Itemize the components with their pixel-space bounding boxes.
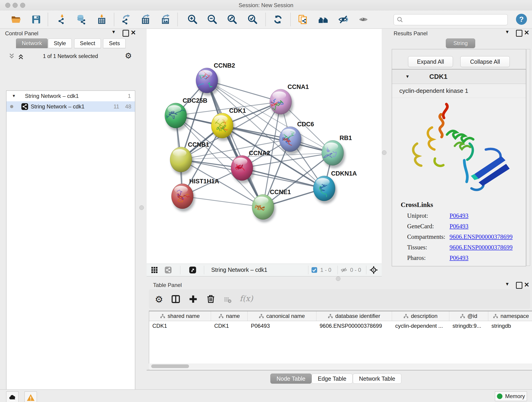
- tab-node-table[interactable]: Node Table: [270, 374, 312, 384]
- close-panel-icon[interactable]: ✕: [524, 281, 529, 288]
- network-options-gear-icon[interactable]: ⚙: [125, 52, 132, 60]
- column-header-description[interactable]: description: [392, 311, 449, 321]
- network-node-CCNB2[interactable]: CCNB2: [194, 62, 235, 96]
- close-panel-icon[interactable]: ✕: [524, 29, 529, 36]
- column-header-shared-name[interactable]: shared name: [149, 311, 211, 321]
- save-session-button[interactable]: [30, 13, 43, 26]
- column-header-name[interactable]: name: [211, 311, 248, 321]
- vertical-splitter-handle[interactable]: [139, 205, 144, 210]
- grid-view-icon[interactable]: [151, 266, 158, 274]
- toolbar-search: [394, 14, 508, 25]
- export-image-icon: [161, 14, 171, 25]
- control-panel-title: Control Panel: [5, 30, 38, 37]
- add-column-icon[interactable]: [188, 294, 198, 304]
- float-panel-icon[interactable]: [516, 282, 522, 289]
- collapse-all-button[interactable]: Collapse All: [460, 56, 510, 67]
- column-header-@id[interactable]: @id: [449, 311, 488, 321]
- network-row[interactable]: String Network – cdk1 11 48: [6, 101, 135, 112]
- network-node-RB1[interactable]: RB1: [322, 134, 352, 168]
- crosslink-link[interactable]: P06493: [450, 223, 469, 230]
- network-edge-count: 48: [125, 103, 131, 110]
- export-table-button[interactable]: [139, 13, 152, 26]
- crosslink-link[interactable]: 9606.ENSP00000378699: [450, 233, 513, 240]
- close-panel-icon[interactable]: ✕: [131, 29, 136, 36]
- crosslink-link[interactable]: P06493: [450, 212, 469, 219]
- section-collapse-icon[interactable]: ▼: [405, 74, 410, 79]
- detach-view-icon[interactable]: [189, 266, 196, 274]
- tab-sets[interactable]: Sets: [103, 38, 126, 48]
- toolbar-separator: [204, 266, 204, 274]
- horizontal-splitter-handle[interactable]: [336, 276, 341, 281]
- open-session-button[interactable]: [10, 13, 22, 26]
- float-panel-icon[interactable]: [123, 30, 129, 37]
- node-label-CDK1: CDK1: [229, 107, 246, 114]
- memory-button[interactable]: Memory: [495, 391, 527, 401]
- export-image-button[interactable]: [159, 13, 172, 26]
- import-network-database-button[interactable]: [75, 13, 88, 26]
- tab-style[interactable]: Style: [48, 38, 72, 48]
- help-button[interactable]: ?: [516, 14, 527, 25]
- home-button[interactable]: [317, 13, 330, 26]
- table-options-gear-icon[interactable]: ⚙: [155, 295, 163, 304]
- tab-select[interactable]: Select: [74, 38, 101, 48]
- export-network-button[interactable]: [120, 13, 133, 26]
- network-graph[interactable]: CCNB2CCNA1CDC25BCDK1CDC6RB1CCNB1CCNA2CDK…: [147, 29, 382, 264]
- hscrollbar-thumb[interactable]: [151, 364, 189, 368]
- network-results-splitter-handle[interactable]: [382, 150, 386, 155]
- tab-string[interactable]: String: [446, 38, 475, 48]
- hidden-eye-icon[interactable]: [341, 267, 347, 274]
- zoom-selected-button[interactable]: [246, 13, 259, 26]
- cloud-button[interactable]: [6, 391, 19, 402]
- show-graphics-details-button[interactable]: [357, 13, 370, 26]
- search-input[interactable]: [405, 15, 507, 25]
- tab-edge-table[interactable]: Edge Table: [312, 374, 353, 384]
- float-panel-icon[interactable]: [516, 30, 522, 37]
- crosslink-link[interactable]: P06493: [450, 254, 469, 262]
- network-node-CDK1[interactable]: CDK1: [211, 107, 246, 141]
- attribute-tree-icon: [493, 314, 498, 318]
- main-toolbar: ?: [0, 11, 532, 29]
- toolbar-separator: [180, 266, 180, 274]
- panel-menu-icon[interactable]: ▼: [111, 29, 116, 35]
- hide-graphics-details-button[interactable]: [337, 13, 350, 26]
- network-list-toolbar: 1 of 1 Network selected ⚙: [6, 51, 135, 62]
- column-header-canonical-name[interactable]: canonical name: [248, 311, 317, 321]
- import-table-file-button[interactable]: [95, 13, 108, 26]
- crosslink-link[interactable]: 9606.ENSP00000378699: [450, 244, 513, 251]
- table-cell: P06493: [248, 321, 317, 331]
- birds-eye-view-icon[interactable]: [369, 266, 378, 274]
- network-node-CCNA1[interactable]: CCNA1: [268, 83, 309, 117]
- results-scrollbar[interactable]: [526, 49, 530, 266]
- network-collection-row[interactable]: ▼ String Network – cdk1 1: [6, 91, 135, 101]
- expand-all-button[interactable]: Expand All: [408, 56, 453, 67]
- column-header-database-identifier[interactable]: database identifier: [317, 311, 392, 321]
- network-from-selection-button[interactable]: [297, 13, 309, 26]
- network-node-CDC6[interactable]: CDC6: [279, 121, 314, 154]
- panel-menu-icon[interactable]: ▼: [505, 281, 510, 287]
- selected-checkbox-icon[interactable]: [311, 267, 317, 273]
- tab-network-table[interactable]: Network Table: [353, 374, 401, 384]
- zoom-out-button[interactable]: [206, 13, 219, 26]
- zoom-in-button[interactable]: [186, 13, 199, 26]
- network-node-HIST1H1A[interactable]: HIST1H1A: [171, 178, 219, 211]
- show-columns-icon[interactable]: [171, 294, 181, 304]
- tab-network[interactable]: Network: [16, 38, 48, 48]
- zoom-fit-button[interactable]: [226, 13, 239, 26]
- network-node-CDKN1A[interactable]: CDKN1A: [313, 170, 357, 204]
- node-table: shared namenamecanonical namedatabase id…: [149, 311, 532, 370]
- column-header-namespace[interactable]: namespace: [488, 311, 532, 321]
- network-view-share-icon[interactable]: [165, 266, 172, 274]
- import-network-file-button[interactable]: [56, 13, 69, 26]
- network-node-CCNE1[interactable]: CCNE1: [252, 189, 291, 222]
- warnings-button[interactable]: [25, 391, 37, 402]
- delete-column-icon[interactable]: [206, 294, 216, 304]
- table-row[interactable]: CDK1CDK1P064939606.ENSP00000378699cyclin…: [149, 321, 532, 331]
- collection-expand-icon[interactable]: ▼: [12, 94, 16, 98]
- protein-details-box: ▼ CDK1 cyclin-dependent kinase 1: [392, 69, 526, 266]
- network-canvas[interactable]: CCNB2CCNA1CDC25BCDK1CDC6RB1CCNB1CCNA2CDK…: [147, 29, 382, 264]
- panel-menu-icon[interactable]: ▼: [505, 29, 510, 35]
- node-label-RB1: RB1: [340, 134, 352, 141]
- protein-section-header[interactable]: ▼ CDK1: [392, 70, 526, 84]
- open-folder-icon: [11, 14, 21, 25]
- refresh-view-button[interactable]: [272, 13, 284, 26]
